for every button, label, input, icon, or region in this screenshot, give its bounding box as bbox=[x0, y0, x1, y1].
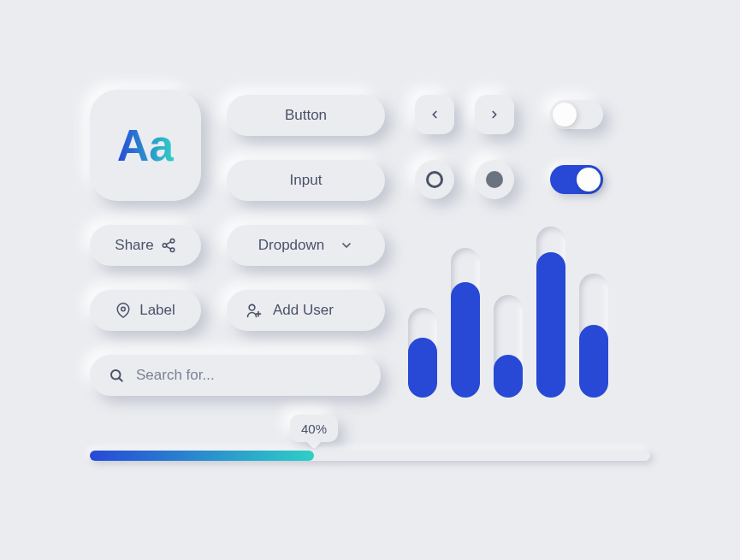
radio-selected[interactable] bbox=[475, 160, 514, 199]
search-icon bbox=[109, 368, 124, 383]
label-button-label: Label bbox=[139, 302, 175, 319]
progress-value-text: 40% bbox=[301, 421, 327, 436]
add-user-label: Add User bbox=[273, 302, 334, 319]
share-button[interactable]: Share bbox=[90, 225, 201, 266]
chart-bar-track bbox=[451, 248, 480, 398]
primary-button[interactable]: Button bbox=[227, 95, 385, 136]
user-plus-icon bbox=[246, 302, 263, 319]
radio-dot-icon bbox=[486, 171, 503, 188]
label-button[interactable]: Label bbox=[90, 290, 201, 331]
chart-bar-fill bbox=[408, 338, 437, 398]
chart-bar-track bbox=[494, 295, 523, 398]
progress-value-badge: 40% bbox=[290, 415, 338, 442]
text-input-label: Input bbox=[290, 172, 323, 189]
map-pin-icon bbox=[115, 303, 131, 318]
radio-unselected[interactable] bbox=[415, 160, 454, 199]
dropdown-label: Dropdown bbox=[258, 237, 325, 254]
radio-ring-icon bbox=[426, 171, 443, 188]
chart-bar-fill bbox=[451, 282, 480, 398]
primary-button-label: Button bbox=[285, 107, 327, 124]
dropdown-button[interactable]: Dropdown bbox=[227, 225, 385, 266]
chevron-right-icon bbox=[488, 109, 500, 121]
share-icon bbox=[161, 238, 176, 253]
chart-bar-fill bbox=[579, 325, 608, 398]
progress-track bbox=[90, 451, 650, 461]
svg-point-5 bbox=[121, 307, 126, 311]
toggle-on[interactable] bbox=[550, 165, 603, 194]
toggle-knob bbox=[553, 103, 577, 127]
share-button-label: Share bbox=[115, 237, 153, 254]
svg-line-4 bbox=[166, 242, 170, 245]
add-user-button[interactable]: Add User bbox=[227, 290, 385, 331]
chevron-left-icon bbox=[429, 109, 441, 121]
chart-bar-track bbox=[408, 308, 437, 398]
next-button[interactable] bbox=[475, 95, 514, 134]
previous-button[interactable] bbox=[415, 95, 454, 134]
svg-point-6 bbox=[249, 304, 255, 310]
bar-chart bbox=[408, 218, 608, 398]
search-placeholder: Search for... bbox=[136, 367, 215, 384]
chart-bar-track bbox=[536, 227, 565, 398]
search-input[interactable]: Search for... bbox=[90, 355, 381, 396]
chart-bar-fill bbox=[536, 252, 565, 398]
toggle-off[interactable] bbox=[550, 100, 603, 129]
progress-fill bbox=[90, 451, 314, 461]
svg-line-3 bbox=[166, 246, 170, 249]
text-input[interactable]: Input bbox=[227, 160, 385, 201]
chevron-down-icon bbox=[340, 239, 353, 252]
progress-slider[interactable]: 40% bbox=[90, 451, 650, 461]
svg-line-10 bbox=[119, 378, 122, 381]
chart-bar-track bbox=[579, 274, 608, 398]
chart-bar-fill bbox=[494, 355, 523, 398]
typography-sample: Aa bbox=[117, 120, 174, 171]
typography-card: Aa bbox=[90, 90, 201, 201]
toggle-knob bbox=[577, 168, 601, 192]
